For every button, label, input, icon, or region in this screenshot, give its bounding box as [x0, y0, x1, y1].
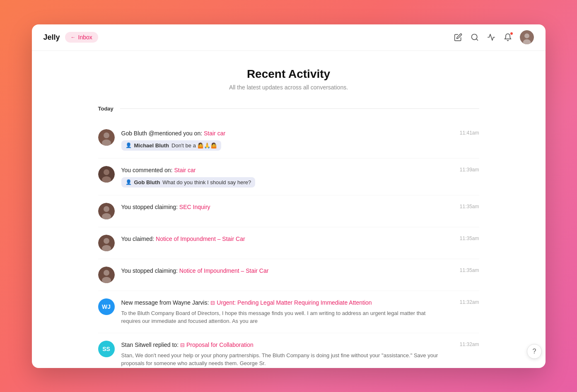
help-button[interactable]: ?	[527, 344, 542, 359]
svg-point-9	[104, 169, 109, 175]
user-avatar[interactable]	[520, 30, 534, 44]
app-window: Jelly ← Inbox	[32, 24, 546, 368]
activity-item: You stopped claiming: Notice of Impoundm…	[98, 259, 479, 291]
avatar	[98, 203, 115, 219]
compose-icon[interactable]	[454, 33, 463, 42]
activity-link[interactable]: Notice of Impoundment – Stair Car	[179, 267, 269, 274]
activity-main-text: You claimed: Notice of Impoundment – Sta…	[121, 235, 447, 243]
activity-text-prefix: You stopped claiming:	[121, 267, 179, 274]
activity-main-text: New message from Wayne Jarvis: ⊟Urgent: …	[121, 298, 447, 307]
svg-point-3	[524, 34, 529, 38]
activity-time: 11:32am	[460, 341, 479, 347]
activity-link[interactable]: SEC Inquiry	[179, 204, 210, 210]
back-arrow-icon: ←	[71, 34, 76, 40]
activity-text-preview: To the Bluth Company Board of Directors,…	[121, 309, 447, 325]
activity-icon[interactable]	[487, 33, 496, 42]
activity-link[interactable]: Notice of Impoundment – Stair Car	[156, 236, 245, 242]
activity-item: SS Stan Sitwell replied to: ⊟Proposal fo…	[98, 333, 479, 368]
activity-time: 11:35am	[460, 204, 479, 209]
activity-body: You commented on: Stair car 👤 Gob Bluth …	[121, 166, 447, 188]
inbox-icon: ⊟	[210, 300, 215, 306]
preview-text: What do you think I should say here?	[162, 179, 251, 185]
activity-body: You stopped claiming: Notice of Impoundm…	[121, 267, 447, 275]
activity-time: 11:35am	[460, 236, 479, 241]
search-icon[interactable]	[470, 33, 479, 42]
avatar	[98, 129, 115, 146]
svg-point-18	[104, 270, 109, 276]
activity-link[interactable]: Stair car	[174, 167, 196, 173]
activity-preview: 👤 Gob Bluth What do you think I should s…	[121, 177, 256, 188]
preview-name: Michael Bluth	[134, 142, 169, 149]
activity-time: 11:32am	[460, 299, 479, 305]
activity-body: You claimed: Notice of Impoundment – Sta…	[121, 235, 447, 243]
inbox-label: Inbox	[78, 34, 92, 41]
activity-main-text: You stopped claiming: Notice of Impoundm…	[121, 267, 447, 275]
activity-text-prefix: Stan Sitwell replied to:	[121, 341, 180, 348]
avatar: WJ	[98, 298, 115, 315]
inbox-button[interactable]: ← Inbox	[65, 32, 98, 43]
activity-main-text: You commented on: Stair car	[121, 166, 447, 175]
preview-emoji: 👤	[126, 179, 132, 185]
avatar	[98, 166, 115, 183]
activity-item: You commented on: Stair car 👤 Gob Bluth …	[98, 159, 479, 195]
bell-icon[interactable]	[503, 33, 512, 42]
activity-main-text: Stan Sitwell replied to: ⊟Proposal for C…	[121, 341, 447, 349]
activity-text-prefix: You stopped claiming:	[121, 204, 179, 210]
activity-body: New message from Wayne Jarvis: ⊟Urgent: …	[121, 298, 447, 325]
activity-time: 11:35am	[460, 267, 479, 273]
avatar: SS	[98, 341, 115, 357]
activity-item: WJ New message from Wayne Jarvis: ⊟Urgen…	[98, 291, 479, 333]
today-label: Today	[98, 106, 113, 112]
avatar	[98, 267, 115, 283]
activity-item: Gob Bluth @mentioned you on: Stair car 👤…	[98, 122, 479, 159]
activity-text-prefix: New message from Wayne Jarvis:	[121, 299, 211, 306]
activity-list: Gob Bluth @mentioned you on: Stair car 👤…	[98, 122, 479, 368]
avatar	[98, 235, 115, 251]
header-left: Jelly ← Inbox	[43, 32, 98, 43]
notification-dot	[510, 32, 513, 35]
header-right	[454, 30, 534, 44]
inbox-icon: ⊟	[180, 342, 185, 348]
activity-body: You stopped claiming: SEC Inquiry	[121, 203, 447, 212]
activity-item: You stopped claiming: SEC Inquiry 11:35a…	[98, 195, 479, 227]
today-section-header: Today	[98, 106, 479, 112]
preview-emoji: 👤	[126, 142, 132, 148]
activity-text-preview: Stan, We don't need your help or your ph…	[121, 351, 447, 368]
app-name: Jelly	[43, 33, 60, 42]
activity-link[interactable]: Proposal for Collaboration	[186, 341, 253, 348]
activity-text-prefix: You claimed:	[121, 236, 156, 242]
svg-point-6	[104, 132, 109, 138]
section-divider	[120, 108, 479, 109]
activity-item: You claimed: Notice of Impoundment – Sta…	[98, 227, 479, 259]
activity-link[interactable]: Urgent: Pending Legal Matter Requiring I…	[217, 299, 372, 306]
activity-body: Gob Bluth @mentioned you on: Stair car 👤…	[121, 129, 447, 151]
activity-link[interactable]: Stair car	[204, 130, 225, 137]
svg-point-15	[104, 238, 109, 244]
svg-line-1	[476, 39, 478, 41]
activity-main-text: Gob Bluth @mentioned you on: Stair car	[121, 129, 447, 138]
activity-time: 11:41am	[460, 130, 479, 136]
activity-time: 11:39am	[460, 167, 479, 173]
svg-point-12	[104, 206, 109, 212]
activity-preview: 👤 Michael Bluth Don't be a 🤷🙏🤷	[121, 140, 222, 151]
preview-name: Gob Bluth	[134, 179, 160, 185]
activity-body: Stan Sitwell replied to: ⊟Proposal for C…	[121, 341, 447, 368]
activity-text-prefix: You commented on:	[121, 167, 174, 173]
activity-text-prefix: Gob Bluth @mentioned you on:	[121, 130, 204, 137]
activity-main-text: You stopped claiming: SEC Inquiry	[121, 203, 447, 212]
preview-text: Don't be a 🤷🙏🤷	[171, 142, 217, 149]
header: Jelly ← Inbox	[32, 24, 546, 51]
page-title: Recent Activity	[98, 67, 479, 81]
page-subtitle: All the latest updates across all conver…	[98, 84, 479, 91]
main-content: Recent Activity All the latest updates a…	[32, 51, 546, 368]
